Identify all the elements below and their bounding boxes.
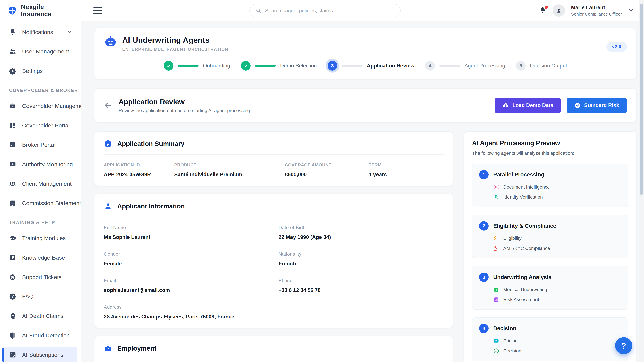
sidebar-item-commission-statements[interactable]: Commission Statements [4,195,77,212]
help-button[interactable]: ? [615,337,632,354]
subscriptions-icon [9,351,16,359]
page-header-card: AI Underwriting Agents ENTERPRISE MULTI-… [94,28,636,79]
stepper: OnboardingDemo Selection3Application Rev… [104,61,627,70]
step-connector [178,65,198,66]
sidebar-item-faq[interactable]: ?FAQ [4,288,77,305]
gear-icon [9,67,16,75]
agent-group-number: 1 [479,170,488,179]
check-icon [166,63,171,68]
sidebar-item-coverholder-management[interactable]: Coverholder Management [4,98,77,114]
load-demo-data-button[interactable]: Load Demo Data [494,97,561,113]
applicant-information-card: Applicant Information Full NameMs Sophie… [94,194,453,328]
notification-badge [544,5,548,9]
field-label: Gender [104,251,278,257]
step-label: Decision Output [530,63,567,69]
agent-item-label: Decision [503,348,521,354]
field-value: +33 6 12 34 56 78 [278,287,444,293]
page-content: AI Underwriting Agents ENTERPRISE MULTI-… [81,21,644,362]
chevron-down-icon [66,29,72,35]
review-subtitle: Review the application data before start… [118,108,250,113]
field-label: Address [104,304,444,310]
agent-item-label: Risk Assessment [503,297,539,302]
gavel-icon [493,245,499,251]
store-icon [9,141,16,149]
sidebar-item-settings[interactable]: Settings [4,63,77,79]
scrollbar-thumb[interactable] [640,4,643,195]
sidebar-item-label: AI Subscriptions [22,352,64,358]
check-circle-icon [493,348,499,354]
summary-field: PRODUCTSanté Individuelle Premium [174,162,285,178]
question-icon: ? [9,293,16,301]
step-label: Agent Processing [464,63,505,69]
banknote-icon [493,338,499,344]
summary-field: TERM1 years [369,162,444,178]
step-circle[interactable]: 3 [328,61,337,70]
clipboard-icon [104,140,112,148]
agent-group-number: 2 [479,221,488,231]
menu-toggle-button[interactable] [94,7,102,14]
svg-text:?: ? [11,294,14,299]
standard-risk-button[interactable]: Standard Risk [566,97,627,113]
step-label: Application Review [367,63,414,69]
sidebar-item-broker-portal[interactable]: Broker Portal [4,137,77,153]
step-done-circle[interactable] [164,61,174,70]
sidebar-item-support-tickets[interactable]: Support Tickets [4,269,77,285]
field-label: PRODUCT [174,162,285,168]
field-value: Santé Individuelle Premium [174,172,285,178]
user-icon [104,202,112,211]
sidebar-item-label: Coverholder Portal [22,122,70,129]
sidebar-item-authority-monitoring[interactable]: Authority Monitoring [4,156,77,173]
notifications-button[interactable] [539,6,546,15]
sidebar-item-client-management[interactable]: Client Management [4,175,77,192]
sidebar-item-label: Broker Portal [22,142,55,148]
agent-group-title: Eligibility & Compliance [493,223,556,229]
page-title: AI Underwriting Agents [122,35,228,44]
lifebuoy-icon [9,273,16,281]
users-icon [9,48,16,55]
fingerprint-icon [493,194,499,200]
sidebar-item-ai-subscriptions[interactable]: AI Subscriptions [4,347,77,362]
sidebar: Nexgile Insurance NotificationsUser Mana… [0,0,81,362]
sidebar-item-label: Notifications [22,29,53,35]
sidebar-item-label: User Management [22,48,69,55]
user-menu-button[interactable] [628,7,634,14]
avatar[interactable] [552,4,565,17]
step-connector [439,65,460,66]
sidebar-item-notifications[interactable]: Notifications [4,24,77,40]
applicant-field: NationalityFrench [278,251,444,267]
agent-item: Pricing [493,338,621,344]
step-circle[interactable]: 4 [425,61,435,70]
sidebar-item-ai-death-claims[interactable]: AI Death Claims [4,308,77,324]
employment-card: Employment [94,336,453,362]
agent-item-label: Document Intelligence [503,184,550,190]
agent-item-label: Medical Underwriting [503,287,547,292]
sidebar-item-training-modules[interactable]: Training Modules [4,230,77,247]
sidebar-item-knowledge-base[interactable]: Knowledge Base [4,249,77,266]
agent-item-label: Pricing [503,338,518,344]
bar-chart-icon [493,297,499,303]
sidebar-item-label: Client Management [22,180,72,187]
check-icon [243,63,248,68]
agent-groups: 1Parallel ProcessingDocument Intelligenc… [472,164,628,361]
agent-group-underwriting-analysis: 3Underwriting AnalysisMedical Underwriti… [472,266,628,310]
user-role: Senior Compliance Officer [571,11,622,17]
sidebar-item-ai-fraud-detection[interactable]: AI Fraud Detection [4,327,77,344]
applicant-field: Phone+33 6 12 34 56 78 [278,278,444,293]
back-button[interactable] [104,101,112,110]
topbar-right: Marie Laurent Senior Compliance Officer [539,4,634,17]
step-done-circle[interactable] [241,61,250,70]
applicant-field: Emailsophie.laurent@email.com [104,278,278,293]
agent-group-title: Underwriting Analysis [493,274,552,280]
sidebar-section-label: TRAINING & HELP [4,214,77,230]
step-circle[interactable]: 5 [516,61,526,70]
chevron-down-icon [628,7,634,13]
scrollbar-track[interactable] [639,0,644,362]
search-input[interactable] [265,8,394,13]
sidebar-item-label: Authority Monitoring [22,161,73,168]
agent-group-number: 4 [479,324,488,333]
sidebar-item-coverholder-portal[interactable]: Coverholder Portal [4,117,77,134]
agent-group-eligibility-compliance: 2Eligibility & ComplianceEligibilityAML/… [472,215,628,258]
sidebar-item-user-management[interactable]: User Management [4,43,77,60]
agent-item: Document Intelligence [493,184,621,190]
field-value: sophie.laurent@email.com [104,287,278,293]
